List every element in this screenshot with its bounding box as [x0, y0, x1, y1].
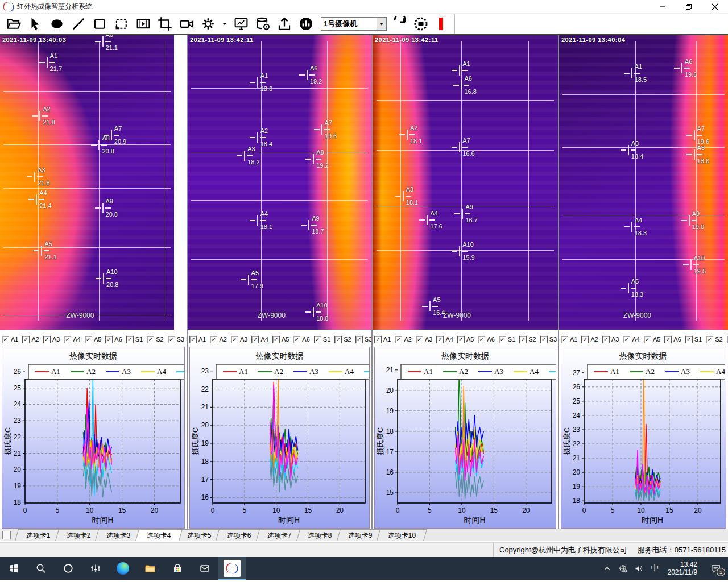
checkbox-checked-icon[interactable]: ✓: [685, 336, 693, 343]
checkbox-checked-icon[interactable]: ✓: [189, 336, 197, 343]
checkbox-checked-icon[interactable]: ✓: [147, 336, 154, 343]
checkbox-checked-icon[interactable]: ✓: [2, 336, 9, 343]
checkbox-checked-icon[interactable]: ✓: [168, 336, 175, 343]
network-icon[interactable]: [615, 557, 631, 580]
checkbox-A3[interactable]: ✓A3: [231, 336, 247, 343]
checkbox-S3[interactable]: ✓S3: [540, 336, 557, 343]
checkbox-A1[interactable]: ✓A1: [2, 336, 18, 343]
checkbox-checked-icon[interactable]: ✓: [664, 336, 672, 343]
export-upload-button[interactable]: [275, 15, 293, 32]
camera-record-button[interactable]: [177, 15, 196, 32]
checkbox-checked-icon[interactable]: ✓: [457, 336, 465, 343]
checkbox-checked-icon[interactable]: ✓: [334, 336, 342, 343]
checkbox-A4[interactable]: ✓A4: [251, 336, 268, 343]
checkbox-A6[interactable]: ✓A6: [293, 336, 309, 343]
checkbox-S2[interactable]: ✓S2: [147, 336, 163, 343]
taskbar-clock[interactable]: 13:42 2021/11/9: [663, 560, 704, 576]
checkbox-A5[interactable]: ✓A5: [85, 336, 101, 343]
cortana-icon[interactable]: [55, 557, 82, 580]
tab-1[interactable]: 选项卡1: [15, 529, 62, 541]
rect-tool-button[interactable]: [91, 15, 109, 32]
checkbox-checked-icon[interactable]: ✓: [623, 336, 630, 343]
checkbox-A3[interactable]: ✓A3: [43, 336, 60, 343]
camera-select[interactable]: 1号摄像机 ▼: [321, 17, 387, 31]
stats-chart-button[interactable]: [297, 15, 315, 32]
checkbox-checked-icon[interactable]: ✓: [272, 336, 280, 343]
checkbox-checked-icon[interactable]: ✓: [499, 336, 506, 343]
crop-tool-button[interactable]: [156, 15, 174, 32]
checkbox-A1[interactable]: ✓A1: [189, 336, 206, 343]
checkbox-A4[interactable]: ✓A4: [436, 336, 453, 343]
dropdown-arrow-button[interactable]: [221, 15, 229, 32]
thermal-view-3[interactable]: 2021-11-09 13:42:11 A1 A616.8 A218.1 A71…: [373, 35, 558, 330]
checkbox-A3[interactable]: ✓A3: [416, 336, 432, 343]
file-explorer-icon[interactable]: [136, 557, 164, 580]
checkbox-A5[interactable]: ✓A5: [644, 336, 660, 343]
checkbox-checked-icon[interactable]: ✓: [540, 336, 548, 343]
checkbox-checked-icon[interactable]: ✓: [644, 336, 651, 343]
checkbox-checked-icon[interactable]: ✓: [581, 336, 589, 343]
checkbox-checked-icon[interactable]: ✓: [478, 336, 485, 343]
task-view-icon[interactable]: [82, 557, 109, 580]
checkbox-checked-icon[interactable]: ✓: [355, 336, 363, 343]
checkbox-A4[interactable]: ✓A4: [64, 336, 80, 343]
checkbox-S3[interactable]: ✓S3: [168, 336, 184, 343]
checkbox-checked-icon[interactable]: ✓: [561, 336, 568, 343]
database-config-button[interactable]: [254, 15, 272, 32]
checkbox-A3[interactable]: ✓A3: [602, 336, 619, 343]
checkbox-checked-icon[interactable]: ✓: [64, 336, 71, 343]
start-icon[interactable]: [0, 557, 27, 580]
checkbox-checked-icon[interactable]: ✓: [210, 336, 217, 343]
line-tool-button[interactable]: [69, 15, 88, 32]
checkbox-checked-icon[interactable]: ✓: [519, 336, 527, 343]
checkbox-checked-icon[interactable]: ✓: [85, 336, 92, 343]
tab-7[interactable]: 选项卡7: [256, 529, 303, 541]
checkbox-S2[interactable]: ✓S2: [706, 336, 722, 343]
checkbox-A2[interactable]: ✓A2: [210, 336, 226, 343]
checkbox-checked-icon[interactable]: ✓: [314, 336, 321, 343]
checkbox-A6[interactable]: ✓A6: [105, 336, 122, 343]
checkbox-checked-icon[interactable]: ✓: [126, 336, 134, 343]
checkbox-S1[interactable]: ✓S1: [499, 336, 515, 343]
thermal-view-2[interactable]: 2021-11-09 13:42:11 A118.6 A218.4 A318.2…: [188, 35, 371, 330]
action-center-icon[interactable]: 1: [703, 557, 728, 580]
checkbox-A1[interactable]: ✓A1: [561, 336, 577, 343]
checkbox-checked-icon[interactable]: ✓: [251, 336, 259, 343]
checkbox-S1[interactable]: ✓S1: [126, 336, 143, 343]
camera-select-arrow-icon[interactable]: ▼: [377, 18, 386, 30]
tab-10[interactable]: 选项卡10: [377, 529, 427, 541]
refresh-button[interactable]: [390, 15, 408, 32]
open-file-button[interactable]: [5, 15, 23, 32]
checkbox-A6[interactable]: ✓A6: [664, 336, 681, 343]
checkbox-A2[interactable]: ✓A2: [395, 336, 411, 343]
checkbox-checked-icon[interactable]: ✓: [105, 336, 113, 343]
capture-device-button[interactable]: [412, 15, 430, 32]
tab-8[interactable]: 选项卡8: [296, 529, 344, 541]
checkbox-checked-icon[interactable]: ✓: [602, 336, 610, 343]
ime-indicator[interactable]: 中: [647, 557, 663, 580]
checkbox-checked-icon[interactable]: ✓: [706, 336, 713, 343]
restore-button[interactable]: [676, 0, 702, 14]
checkbox-checked-icon[interactable]: ✓: [22, 336, 30, 343]
checkbox-A5[interactable]: ✓A5: [457, 336, 474, 343]
thermal-view-4[interactable]: 2021-11-09 13:40:04 A118.5 A619.6 A318.4…: [559, 35, 728, 330]
checkbox-A2[interactable]: ✓A2: [581, 336, 598, 343]
mail-icon[interactable]: [191, 557, 218, 580]
checkbox-S2[interactable]: ✓S2: [519, 336, 536, 343]
ellipse-tool-button[interactable]: [48, 15, 66, 32]
store-icon[interactable]: [164, 557, 191, 580]
checkbox-checked-icon[interactable]: ✓: [43, 336, 51, 343]
chart-monitor-button[interactable]: [232, 15, 250, 32]
region-tool-button[interactable]: [113, 15, 131, 32]
checkbox-A4[interactable]: ✓A4: [623, 336, 639, 343]
video-play-button[interactable]: [134, 15, 152, 32]
tray-chevron-icon[interactable]: [599, 557, 615, 580]
checkbox-S3[interactable]: ✓S3: [355, 336, 371, 343]
checkbox-checked-icon[interactable]: ✓: [436, 336, 444, 343]
app-zw-icon[interactable]: [218, 557, 246, 580]
checkbox-checked-icon[interactable]: ✓: [293, 336, 300, 343]
checkbox-S2[interactable]: ✓S2: [334, 336, 351, 343]
edge-icon[interactable]: [109, 557, 136, 580]
checkbox-checked-icon[interactable]: ✓: [395, 336, 402, 343]
settings-gear-button[interactable]: [199, 15, 217, 32]
